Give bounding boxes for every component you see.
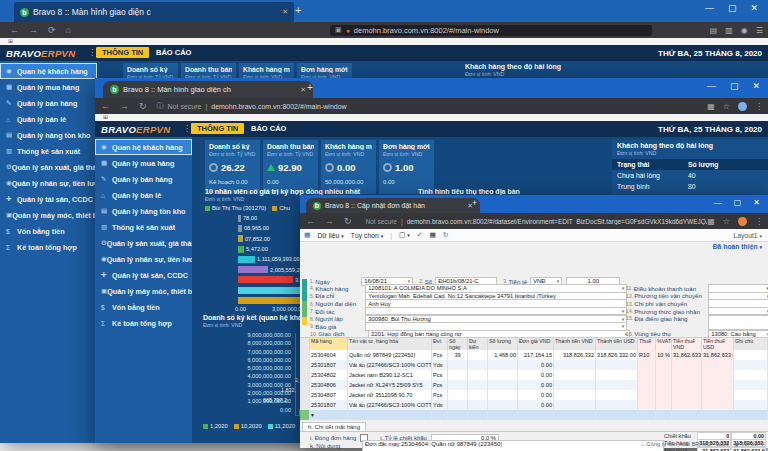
cell-du-kien[interactable] [468,350,488,360]
kebab-icon[interactable]: ⋮ [755,102,763,111]
cell-ten[interactable]: Vải áo (227466/SC3:100% COTTON) [348,400,432,410]
side-tab-strip[interactable] [302,279,307,325]
cell-ten[interactable]: Jacket nữ XL24Y5 25/09 SY5 [348,380,432,390]
star-icon[interactable]: ☆ [723,102,730,111]
titlebar[interactable]: b Bravo 8 :: Cập nhật đơn đặt hàn ✕ + — … [300,195,768,213]
cell-tt-usd[interactable] [596,410,638,420]
library-icon[interactable]: ▤ [710,26,718,35]
cell-tien-thue-usd[interactable] [702,360,734,370]
cell-tt-vnd[interactable] [554,380,596,390]
sidebar-item[interactable]: $ Vốn bằng tiền [95,299,192,315]
cell-tien-thue-usd[interactable] [702,370,734,380]
cell-ghi-chu[interactable] [734,360,768,370]
cell-thue[interactable] [638,400,656,410]
cell-ma-hang[interactable]: 25304806 [310,380,348,390]
cell-ma-hang[interactable]: 25304604 [310,350,348,360]
table-row[interactable]: ▾ [300,410,768,420]
browser-actions[interactable]: ▦ ☆ ⋮ [707,102,763,111]
cell-don-gia[interactable]: 0.00 [518,380,554,390]
avatar[interactable] [738,102,747,111]
sidebar-item[interactable]: ⚙ Quản lý sản xuất, giá thành [0,159,97,175]
table-row[interactable]: 25301807 Vải áo (227466/SC3:100% COTTON)… [300,360,768,370]
browser-actions[interactable]: ▦ ☆ ⋮ [707,217,763,226]
cell-so-luong[interactable]: 1,468.00 [488,350,518,360]
cell-tien-thue-usd[interactable] [702,400,734,410]
cell-du-kien[interactable] [468,360,488,370]
window-controls[interactable]: — ▢ ✕ [714,198,760,207]
cell-dvt[interactable]: Pcs [432,370,448,380]
minimize-button[interactable]: — [707,81,716,91]
cell-ma-hang[interactable]: 25301807 [310,400,348,410]
shield-icon[interactable]: ▣ [335,26,342,34]
tab-close-icon[interactable]: ✕ [294,86,306,94]
row-marker[interactable] [300,400,310,410]
sidebar-item[interactable]: Σ Kế toán tổng hợp [95,315,192,331]
sidebar-item[interactable]: ◉ Quan hệ khách hàng [95,139,192,155]
side-tab-amber[interactable] [302,317,307,325]
cell-vat[interactable] [656,400,672,410]
row-marker[interactable] [300,370,310,380]
cell-du-kien[interactable] [468,380,488,390]
sidebar-item[interactable]: ▤ Quản lý hàng tồn kho [0,127,97,143]
cell-tien-thue-vnd[interactable] [672,360,702,370]
cell-dvt[interactable]: Pcs [432,350,448,360]
tab-thong-tin[interactable]: THÔNG TIN [96,47,149,58]
sidebar-item[interactable]: ✎ Quản lý bán hàng [95,171,192,187]
sidebar-item[interactable]: ▤ Quản lý hàng tồn kho [95,203,192,219]
window-controls[interactable]: — ▢ ✕ [707,81,760,91]
sidebar-item[interactable]: ▦ Quản lý mua hàng [0,79,97,95]
url-bar[interactable]: ▣ ● demohn.bravo.com.vn:8002/#/main-wind… [330,25,652,36]
side-tab-teal[interactable] [302,279,307,301]
side-tab-green[interactable] [302,301,307,317]
cell-so-ngay[interactable] [448,380,468,390]
cell-ten[interactable]: Jacket nữ 3512098.90.70 [348,390,432,400]
tab-bao-cao[interactable]: BÁO CÁO [150,47,197,58]
cell-du-kien[interactable] [468,410,488,420]
cell-so-luong[interactable] [488,390,518,400]
sidebar-item[interactable]: ◉ Quan hệ khách hàng [0,63,97,79]
menu-du-lieu[interactable]: Dữ liệu ▾ [317,232,343,239]
refresh-icon[interactable]: ↻ [443,231,449,239]
cell-so-luong[interactable] [488,360,518,370]
cell-tien-thue-usd[interactable] [702,410,734,420]
cell-so-ngay[interactable] [448,360,468,370]
cell-tien-thue-usd[interactable] [702,390,734,400]
cell-thue[interactable] [638,370,656,380]
sidebar-item[interactable]: ◉ Quản lý nhân sự, tiền lương [0,175,97,191]
close-button[interactable]: ✕ [752,81,760,91]
menu-icon[interactable]: ☰ [756,26,763,35]
table-row[interactable]: 25304806 Jacket nữ XL24Y5 25/09 SY5 Pcs … [300,380,768,390]
back-icon[interactable]: ← [10,25,19,35]
cell-tien-thue-vnd[interactable] [672,400,702,410]
cell-vat[interactable] [656,390,672,400]
sidebar-item[interactable]: ✚ Quản lý tài sản, CCDC [0,191,97,207]
cell-ghi-chu[interactable] [734,350,768,360]
sidebar-item[interactable]: ▣ Quản lý máy móc, thiết bị [95,283,192,299]
table-row[interactable]: Trung bình 80 [612,181,768,192]
sidebar-item[interactable]: ✚ Quản lý tài sản, CCDC [95,267,192,283]
browser-tab[interactable]: b Bravo 8 :: Cập nhật đơn đặt hàn ✕ [306,198,480,213]
grid-icon[interactable]: ⊞ [103,114,108,120]
maximize-button[interactable]: ▢ [728,3,737,13]
content-textarea[interactable]: Đơn đặt may 25304604: Quần nữ 987849 (22… [362,440,664,451]
window-controls[interactable]: — ▢ ✕ [705,3,758,13]
cell-don-gia[interactable] [518,410,554,420]
sidebar-item[interactable]: ▥ Thống kê sản xuất [0,143,97,159]
cell-dvt[interactable] [432,410,448,420]
browser-tab[interactable]: b Bravo 8 :: Màn hình giao diện c ✕ [14,2,294,22]
grid-icon[interactable]: ▦ [429,231,435,239]
window-order-form[interactable]: b Bravo 8 :: Cập nhật đơn đặt hàn ✕ + — … [300,195,768,448]
cell-du-kien[interactable] [468,390,488,400]
cell-tien-thue-vnd[interactable] [672,410,702,420]
account-icon[interactable]: ◉ [741,26,748,35]
cell-don-gia[interactable]: 0.00 [518,390,554,400]
sidebar-item[interactable]: Σ Kế toán tổng hợp [0,239,97,255]
reload-icon[interactable]: ↻ [139,101,147,111]
minimize-button[interactable]: — [714,198,722,207]
cell-tt-usd[interactable] [596,380,638,390]
cell-thue[interactable] [638,390,656,400]
cell-don-gia[interactable]: 0.00 [518,400,554,410]
new-doc-icon[interactable]: ▢ ▾ [399,231,410,239]
field-input[interactable] [708,315,768,330]
forward-icon[interactable]: → [325,216,334,226]
